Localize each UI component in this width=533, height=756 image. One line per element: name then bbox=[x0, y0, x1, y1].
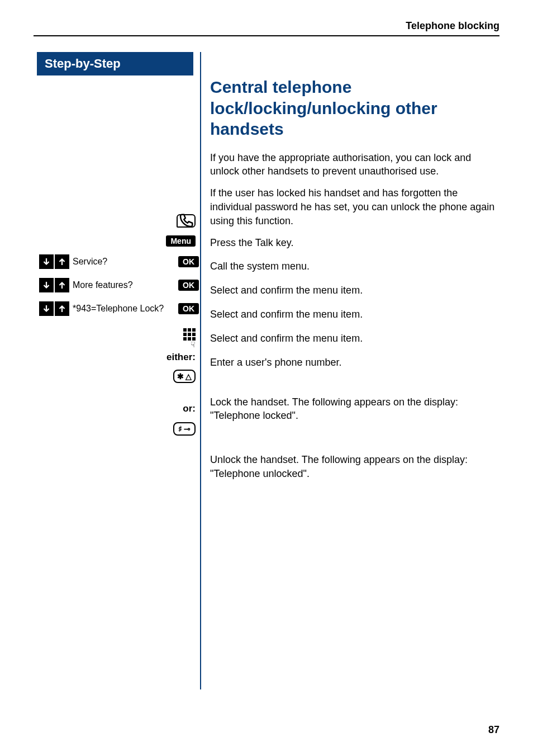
nav-arrows bbox=[39, 301, 69, 316]
content-columns: Step-by-Step Menu Service? OK bbox=[34, 52, 499, 689]
or-text: or: bbox=[39, 403, 196, 414]
instruction-unlock: Unlock the handset. The following appear… bbox=[210, 453, 499, 481]
header-section: Telephone blocking bbox=[406, 20, 499, 31]
hash-key-icon: ♯ ⊸ bbox=[173, 422, 196, 436]
arrow-up-icon bbox=[55, 254, 69, 269]
instruction-sel3: Select and confirm the menu item. bbox=[210, 332, 499, 346]
arrow-down-icon bbox=[39, 278, 54, 292]
either-label: either: bbox=[39, 352, 196, 363]
step-star: ✱ △ bbox=[39, 370, 196, 383]
step-more-features: More features? OK bbox=[39, 278, 199, 292]
ok-button: OK bbox=[178, 280, 199, 291]
content-column: Central telephone lock/locking/unlocking… bbox=[201, 52, 499, 689]
step-by-step-header: Step-by-Step bbox=[37, 52, 193, 75]
paragraph-2: If the user has locked his handset and h… bbox=[210, 186, 499, 228]
page-number: 87 bbox=[488, 724, 499, 736]
step-column: Step-by-Step Menu Service? OK bbox=[34, 52, 201, 689]
ok-button: OK bbox=[178, 256, 199, 267]
instruction-menu: Call the system menu. bbox=[210, 259, 499, 273]
nav-arrows bbox=[39, 278, 69, 292]
arrow-up-icon bbox=[55, 278, 69, 292]
instruction-sel2: Select and confirm the menu item. bbox=[210, 308, 499, 322]
page: Telephone blocking Step-by-Step Menu bbox=[0, 0, 533, 756]
arrow-up-icon bbox=[55, 301, 69, 316]
instruction-enter: Enter a user's phone number. bbox=[210, 356, 499, 370]
step-service: Service? OK bbox=[39, 254, 199, 269]
instruction-lock: Lock the handset. The following appears … bbox=[210, 395, 499, 423]
content-title: Central telephone lock/locking/unlocking… bbox=[210, 77, 499, 140]
keypad-icon: ☟ bbox=[183, 328, 196, 348]
menu-item-tel-lock: *943=Telephone Lock? bbox=[73, 303, 175, 314]
arrow-down-icon bbox=[39, 254, 54, 269]
ok-button: OK bbox=[178, 303, 199, 314]
menu-item-service: Service? bbox=[73, 256, 175, 267]
step-talk bbox=[39, 214, 196, 228]
instruction-sel1: Select and confirm the menu item. bbox=[210, 284, 499, 297]
step-menu: Menu bbox=[39, 235, 196, 247]
paragraph-1: If you have the appropriate authorisatio… bbox=[210, 151, 499, 179]
star-key-icon: ✱ △ bbox=[173, 370, 196, 383]
step-hash: ♯ ⊸ bbox=[39, 422, 196, 436]
talk-key-icon bbox=[177, 214, 196, 228]
nav-arrows bbox=[39, 254, 69, 269]
page-header: Telephone blocking bbox=[34, 20, 499, 36]
step-keypad: ☟ bbox=[39, 328, 196, 348]
step-tel-lock: *943=Telephone Lock? OK bbox=[39, 301, 199, 316]
menu-button: Menu bbox=[166, 235, 196, 247]
instruction-talk: Press the Talk key. bbox=[210, 236, 499, 250]
either-text: either: bbox=[39, 352, 196, 363]
or-label: or: bbox=[39, 403, 196, 414]
arrow-down-icon bbox=[39, 301, 54, 316]
menu-item-more-features: More features? bbox=[73, 280, 175, 290]
